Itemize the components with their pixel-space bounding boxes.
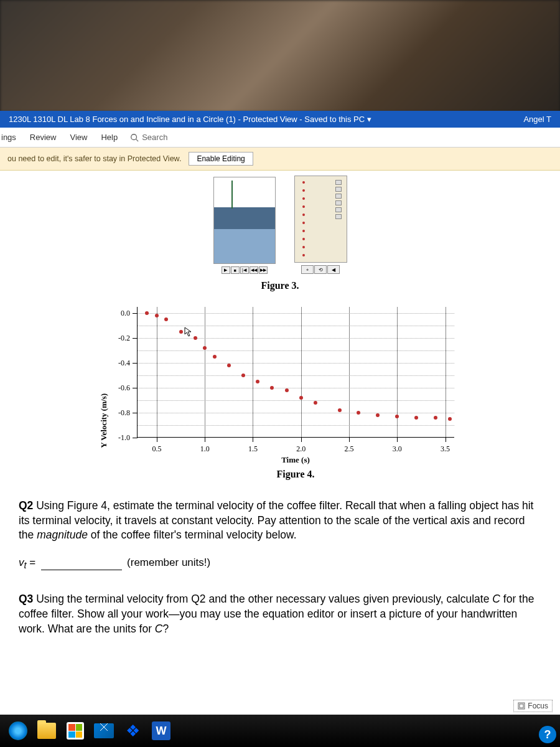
help-button[interactable]: ? [539, 726, 556, 743]
doc-name: 1230L 1310L DL Lab 8 Forces on and Incli… [9, 115, 236, 124]
title-bar: 1230L 1310L DL Lab 8 Forces on and Incli… [0, 111, 560, 128]
zoom-in-icon[interactable]: + [301, 265, 314, 274]
mail-icon[interactable] [92, 719, 116, 743]
cursor-icon [184, 327, 194, 337]
vt-equals: = [26, 557, 38, 568]
windows-taskbar[interactable]: ❖ W [0, 715, 560, 747]
tab-mailings[interactable]: ings [0, 130, 17, 144]
q3-label: Q3 [19, 593, 33, 605]
status-bar-right: Focus [511, 697, 555, 715]
figure-3-caption: Figure 3. [19, 280, 541, 291]
enable-editing-button[interactable]: Enable Editing [189, 152, 253, 166]
tracker-trajectory-frame [294, 176, 347, 263]
protected-message: ou need to edit, it's safer to stay in P… [7, 154, 181, 163]
svg-line-1 [136, 139, 139, 141]
question-2: Q2 Using Figure 4, estimate the terminal… [19, 499, 541, 543]
tracker-video-frame [213, 177, 276, 264]
tab-view[interactable]: View [68, 130, 88, 144]
focus-icon [518, 702, 525, 710]
tab-review[interactable]: Review [29, 130, 58, 144]
zoom-controls: + ⟲ ◀ [301, 265, 340, 274]
chart-xlabel: Time (s) [137, 455, 454, 465]
word-application-window: 1230L 1310L DL Lab 8 Forces on and Incli… [0, 111, 560, 715]
rewind-icon[interactable]: ◀◀ [250, 266, 258, 274]
search-box[interactable]: Search [130, 133, 167, 142]
search-icon [130, 133, 139, 142]
play-icon[interactable]: ▶ [222, 266, 230, 274]
chart-plot-area: 0.0-0.2-0.4-0.6-0.8-1.00.51.01.52.02.53.… [137, 307, 454, 438]
document-area[interactable]: ▶ ■ |◀ ◀◀ ▶▶ [0, 171, 560, 715]
q3-text-c: ? [162, 622, 169, 635]
view-mode: Protected View [243, 115, 297, 124]
figure3-left-panel: ▶ ■ |◀ ◀◀ ▶▶ [213, 177, 276, 274]
protected-view-bar: ou need to edit, it's safer to stay in P… [0, 148, 560, 171]
title-sep: - [238, 115, 243, 124]
q2-label: Q2 [19, 499, 33, 512]
stop-icon[interactable]: ■ [231, 266, 240, 274]
figure3-right-panel: + ⟲ ◀ [294, 176, 347, 274]
skip-back-icon[interactable]: |◀ [240, 266, 249, 274]
forward-icon[interactable]: ▶▶ [259, 266, 268, 274]
user-name[interactable]: Angel T [523, 115, 551, 124]
svg-rect-3 [520, 704, 523, 708]
vt-blank-field[interactable] [41, 570, 122, 570]
search-placeholder: Search [142, 133, 167, 142]
figure-3-area: ▶ ■ |◀ ◀◀ ▶▶ [19, 176, 541, 291]
q2-italic: magnitude [37, 529, 88, 541]
ribbon-tab-bar: ings Review View Help Search [0, 128, 560, 148]
figure-4-chart: Y Velocity (m/s) 0.0-0.2-0.4-0.6-0.8-1.0… [106, 307, 454, 480]
q2-text-b: of the coffee filter's terminal velocity… [88, 529, 297, 541]
focus-label: Focus [528, 702, 548, 710]
q3-italic-1: C [492, 593, 500, 605]
video-controls: ▶ ■ |◀ ◀◀ ▶▶ [222, 266, 268, 274]
question-3: Q3 Using the terminal velocity from Q2 a… [19, 592, 541, 636]
vt-symbol: v [19, 557, 24, 568]
q3-text-a: Using the terminal velocity from Q2 and … [33, 593, 492, 605]
svg-point-0 [131, 134, 137, 139]
zoom-fit-icon[interactable]: ⟲ [314, 265, 327, 274]
focus-mode-button[interactable]: Focus [513, 700, 553, 712]
dropbox-icon[interactable]: ❖ [121, 719, 144, 743]
microsoft-store-icon[interactable] [63, 719, 87, 743]
save-status[interactable]: Saved to this PC [304, 115, 365, 124]
file-explorer-icon[interactable] [35, 719, 58, 743]
zoom-prev-icon[interactable]: ◀ [327, 265, 340, 274]
vt-answer-line: vt = (remember units!) [19, 557, 541, 570]
vt-hint: (remember units!) [127, 557, 210, 568]
word-app-icon[interactable]: W [149, 719, 173, 743]
dropdown-caret[interactable]: ▾ [367, 115, 371, 124]
tab-help[interactable]: Help [100, 130, 119, 144]
desktop-background [0, 0, 560, 112]
q3-italic-2: C [155, 622, 163, 635]
chart-ylabel: Y Velocity (m/s) [99, 393, 109, 448]
edge-browser-icon[interactable] [6, 719, 30, 743]
document-title: 1230L 1310L DL Lab 8 Forces on and Incli… [9, 115, 523, 124]
figure-4-caption: Figure 4. [137, 469, 454, 480]
